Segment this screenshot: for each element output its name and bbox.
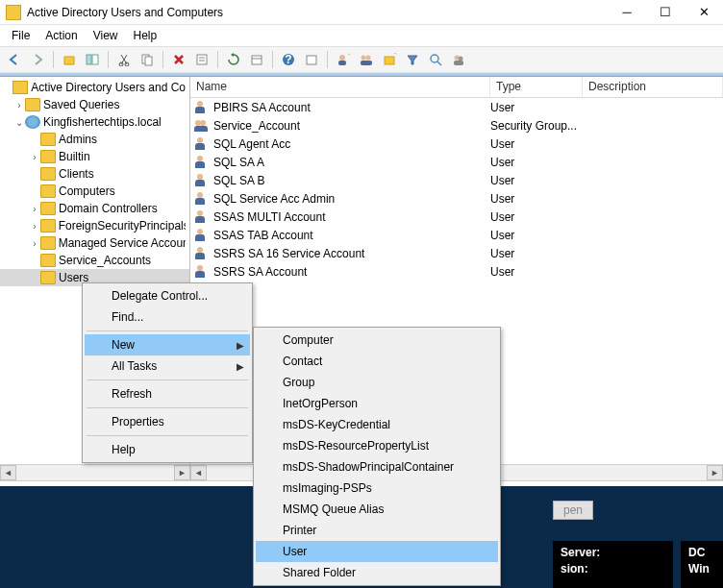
expander-icon[interactable]: › xyxy=(29,152,40,162)
ctx-find[interactable]: Find... xyxy=(85,306,250,328)
ctx-all-tasks[interactable]: All Tasks▶ xyxy=(85,355,250,377)
list-item[interactable]: SQL SA AUser xyxy=(190,153,723,171)
tree-node-admins[interactable]: Admins xyxy=(0,131,189,148)
cell-type: User xyxy=(490,247,583,260)
scroll-right-icon[interactable]: ► xyxy=(174,465,190,480)
folder-icon xyxy=(40,236,56,250)
list-item[interactable]: SSRS SA 16 Service AccountUser xyxy=(190,244,723,262)
list-item[interactable]: SSAS TAB AccountUser xyxy=(190,226,723,244)
svg-text:?: ? xyxy=(285,53,291,66)
tree-saved-queries[interactable]: › Saved Queries xyxy=(0,96,189,113)
menu-view[interactable]: View xyxy=(86,27,126,44)
cell-type: User xyxy=(490,156,583,169)
menu-help[interactable]: Help xyxy=(126,27,165,44)
ctx-new-msmq-queue-alias[interactable]: MSMQ Queue Alias xyxy=(256,499,498,520)
cut-button[interactable] xyxy=(113,49,135,70)
list-item[interactable]: SSAS MULTI AccountUser xyxy=(190,208,723,226)
expander-icon[interactable]: › xyxy=(29,221,40,232)
svg-rect-7 xyxy=(197,55,207,64)
tree-root[interactable]: Active Directory Users and Com xyxy=(0,79,189,96)
list-item[interactable]: SQL Service Acc AdminUser xyxy=(190,189,723,208)
cell-type: User xyxy=(490,265,583,279)
new-user-button[interactable]: ✦ xyxy=(333,49,354,70)
back-button[interactable] xyxy=(4,49,25,70)
scroll-right-icon[interactable]: ► xyxy=(707,465,723,480)
app-icon xyxy=(6,5,21,20)
expander-icon[interactable]: › xyxy=(29,238,40,249)
find-button[interactable] xyxy=(301,49,322,70)
tree-node-service-accounts[interactable]: Service_Accounts xyxy=(0,252,189,269)
up-button[interactable] xyxy=(59,49,80,70)
tree-node-computers[interactable]: Computers xyxy=(0,183,189,200)
help-button[interactable]: ? xyxy=(278,49,299,70)
new-ou-button[interactable]: ✦ xyxy=(379,49,400,70)
show-hide-tree-button[interactable] xyxy=(82,49,103,70)
ctx-new-contact[interactable]: Contact xyxy=(256,351,498,372)
column-description[interactable]: Description xyxy=(583,77,723,97)
properties-button[interactable] xyxy=(191,49,212,70)
add-to-group-button[interactable] xyxy=(448,49,469,70)
tree-node-foreign-security[interactable]: › ForeignSecurityPrincipals xyxy=(0,217,189,234)
list-item[interactable]: Service_AccountSecurity Group... xyxy=(190,116,723,135)
submenu-arrow-icon: ▶ xyxy=(237,361,244,372)
ctx-new[interactable]: New▶ xyxy=(85,334,250,355)
expander-icon[interactable]: › xyxy=(29,204,40,214)
delete-button[interactable] xyxy=(168,49,189,70)
scroll-left-icon[interactable]: ◄ xyxy=(0,465,16,480)
ctx-new-group[interactable]: Group xyxy=(256,372,498,393)
scroll-left-icon[interactable]: ◄ xyxy=(190,465,207,480)
minimize-button[interactable]: ─ xyxy=(608,0,646,25)
background-label-server: Server:sion: xyxy=(553,541,673,588)
ctx-new-computer[interactable]: Computer xyxy=(256,330,498,351)
column-type[interactable]: Type xyxy=(490,77,583,97)
svg-rect-20 xyxy=(361,61,372,65)
ctx-refresh[interactable]: Refresh xyxy=(85,383,250,404)
ctx-new-printer[interactable]: Printer xyxy=(256,520,498,541)
new-group-button[interactable] xyxy=(356,49,377,70)
ctx-new-msds-keycredential[interactable]: msDS-KeyCredential xyxy=(256,414,498,435)
list-item[interactable]: SQL SA BUser xyxy=(190,171,723,189)
background-open-button: pen xyxy=(553,501,593,520)
list-header: Name Type Description xyxy=(190,77,723,98)
ctx-new-msds-shadowprincipalcontainer[interactable]: msDS-ShadowPrincipalContainer xyxy=(256,456,498,478)
folder-icon xyxy=(25,98,40,111)
tree-node-managed-service[interactable]: › Managed Service Accoun xyxy=(0,234,189,252)
ctx-new-user[interactable]: User xyxy=(256,541,498,562)
tree-hscroll[interactable]: ◄ ► xyxy=(0,464,190,480)
expander-icon[interactable]: ⌄ xyxy=(13,117,25,128)
console-root-icon xyxy=(12,81,28,94)
list-item[interactable]: SQL Agent AccUser xyxy=(190,135,723,153)
cell-type: User xyxy=(490,210,583,224)
refresh-button[interactable] xyxy=(223,49,244,70)
menu-action[interactable]: Action xyxy=(37,27,85,44)
tree-node-domain-controllers[interactable]: › Domain Controllers xyxy=(0,200,189,217)
tree-domain[interactable]: ⌄ Kingfishertechtips.local xyxy=(0,113,189,131)
ctx-new-inetorgperson[interactable]: InetOrgPerson xyxy=(256,393,498,414)
export-button[interactable] xyxy=(246,49,267,70)
filter-button[interactable] xyxy=(402,49,423,70)
ctx-properties[interactable]: Properties xyxy=(85,411,250,432)
list-item[interactable]: PBIRS SA AccountUser xyxy=(190,98,723,116)
list-item[interactable]: SSRS SA AccountUser xyxy=(190,262,723,281)
expander-icon[interactable]: › xyxy=(13,100,25,110)
forward-button[interactable] xyxy=(27,49,48,70)
ctx-new-shared-folder[interactable]: Shared Folder xyxy=(256,562,498,583)
ctx-new-msimaging-psps[interactable]: msImaging-PSPs xyxy=(256,478,498,499)
tree-node-clients[interactable]: Clients xyxy=(0,165,189,183)
domain-icon xyxy=(25,115,40,129)
column-name[interactable]: Name xyxy=(190,77,490,97)
menu-file[interactable]: File xyxy=(4,27,37,44)
user-icon xyxy=(194,209,210,225)
svg-rect-0 xyxy=(64,57,74,64)
ctx-delegate-control[interactable]: Delegate Control... xyxy=(85,285,250,306)
tree-node-builtin[interactable]: › Builtin xyxy=(0,148,189,165)
cell-type: User xyxy=(490,137,583,151)
close-button[interactable]: ✕ xyxy=(685,0,723,25)
ctx-new-msds-resourcepropertylist[interactable]: msDS-ResourcePropertyList xyxy=(256,435,498,456)
search-button[interactable] xyxy=(425,49,446,70)
ctx-help[interactable]: Help xyxy=(85,439,250,460)
copy-button[interactable] xyxy=(137,49,158,70)
cell-name: Service_Account xyxy=(213,119,490,133)
maximize-button[interactable]: ☐ xyxy=(646,0,685,25)
svg-point-26 xyxy=(459,57,463,61)
